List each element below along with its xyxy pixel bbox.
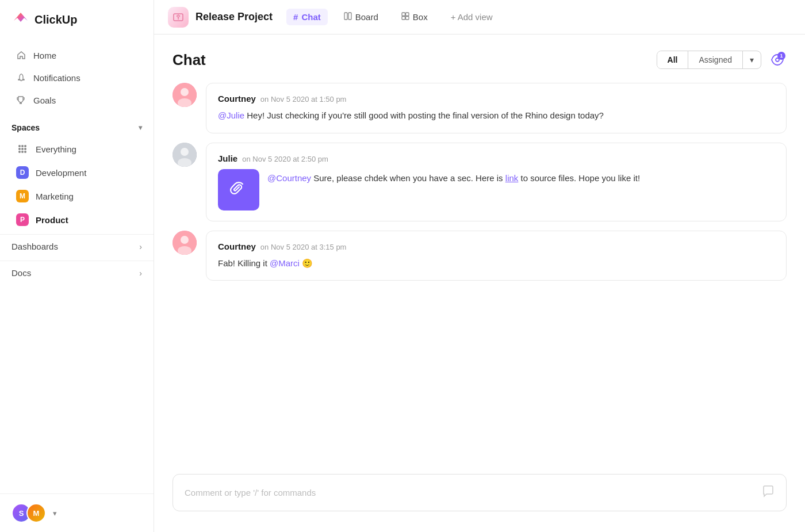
mention-julie[interactable]: @Julie [218, 110, 244, 120]
filter-assigned-button[interactable]: Assigned [688, 51, 742, 68]
paperclip-icon [229, 181, 248, 199]
msg3-emoji: 🙂 [302, 258, 313, 268]
msg3-body: Fab! Killing it [218, 258, 270, 268]
attachment-message-text: @Courtney Sure, please chdek when you ha… [267, 169, 640, 185]
svg-rect-13 [405, 13, 409, 16]
project-title: Release Project [195, 11, 273, 23]
message-time-1: on Nov 5 2020 at 1:50 pm [260, 95, 347, 104]
messages-list: Courtney on Nov 5 2020 at 1:50 pm @Julie… [172, 83, 787, 465]
sidebar-section-dashboards[interactable]: Dashboards › [0, 234, 154, 258]
content-area: Chat All Assigned ▾ 1 [154, 35, 805, 532]
message-author-3: Courtney [218, 242, 256, 251]
everything-icon [16, 143, 29, 155]
svg-rect-14 [402, 17, 405, 20]
sidebar-item-everything[interactable]: Everything [5, 137, 149, 160]
svg-point-8 [24, 151, 26, 153]
board-tab-label: Board [355, 12, 378, 22]
spaces-list: Everything D Development M Marketing P P… [0, 137, 154, 232]
mention-courtney[interactable]: @Courtney [267, 173, 311, 183]
mention-marci[interactable]: @Marci [270, 258, 300, 268]
comment-placeholder: Comment or type '/' for commands [185, 488, 316, 497]
home-icon [16, 50, 26, 60]
main-content: Release Project # Chat Board [154, 0, 805, 532]
tab-box[interactable]: Box [394, 9, 435, 25]
clickup-logo-icon [12, 10, 30, 29]
message-text-3: Fab! Killing it @Marci 🙂 [218, 257, 775, 270]
add-view-button[interactable]: + Add view [444, 9, 500, 25]
chat-hash-icon: # [293, 12, 298, 22]
page-title: Chat [172, 51, 206, 69]
content-header: Chat All Assigned ▾ 1 [172, 51, 787, 69]
message-3: Courtney on Nov 5 2020 at 3:15 pm Fab! K… [172, 231, 787, 281]
message-bubble-2: Julie on Nov 5 2020 at 2:50 pm @Courtney… [206, 143, 787, 221]
goals-label: Goals [33, 95, 56, 105]
svg-point-1 [21, 145, 24, 147]
avatar-courtney-1 [172, 83, 197, 107]
project-icon [168, 7, 189, 28]
docs-label: Docs [12, 268, 31, 278]
svg-point-6 [18, 151, 21, 153]
watch-badge: 1 [777, 52, 785, 60]
product-label: Product [36, 215, 68, 225]
sidebar-item-goals[interactable]: Goals [5, 89, 149, 111]
svg-point-4 [21, 148, 24, 150]
svg-point-5 [24, 148, 26, 150]
product-badge: P [16, 213, 29, 226]
message-time-3: on Nov 5 2020 at 3:15 pm [260, 243, 347, 251]
project-header: Release Project [168, 7, 273, 28]
chevron-down-icon: ▾ [750, 55, 754, 64]
msg2-body: Sure, please chdek when you have a sec. … [313, 173, 505, 183]
box-icon [401, 12, 409, 22]
filter-dropdown[interactable]: ▾ [742, 51, 761, 68]
filter-all-button[interactable]: All [657, 51, 688, 68]
svg-point-7 [21, 151, 24, 153]
marketing-badge: M [16, 190, 29, 202]
everything-label: Everything [36, 144, 76, 154]
sidebar-item-marketing[interactable]: M Marketing [5, 185, 149, 208]
sidebar-nav: Home Notifications Goals [0, 39, 154, 116]
tab-chat[interactable]: # Chat [286, 9, 328, 25]
message-header-1: Courtney on Nov 5 2020 at 1:50 pm [218, 94, 775, 104]
message-header-2: Julie on Nov 5 2020 at 2:50 pm [218, 154, 775, 163]
message-2: Julie on Nov 5 2020 at 2:50 pm @Courtney… [172, 143, 787, 221]
msg2-link[interactable]: link [505, 173, 519, 183]
logo[interactable]: ClickUp [0, 0, 154, 39]
avatar-courtney-2 [172, 231, 197, 255]
chat-tab-label: Chat [301, 12, 320, 22]
message-bubble-1: Courtney on Nov 5 2020 at 1:50 pm @Julie… [206, 83, 787, 133]
sidebar-item-product[interactable]: P Product [5, 208, 149, 231]
header-controls: All Assigned ▾ 1 [657, 51, 787, 69]
spaces-header[interactable]: Spaces ▾ [0, 116, 154, 137]
sidebar-item-home[interactable]: Home [5, 44, 149, 66]
docs-chevron-icon: › [139, 269, 142, 278]
development-badge: D [16, 166, 29, 179]
svg-rect-10 [344, 13, 347, 20]
chat-bubble-icon [762, 485, 775, 500]
svg-point-24 [181, 236, 189, 244]
sidebar-item-notifications[interactable]: Notifications [5, 67, 149, 89]
board-icon [344, 12, 352, 22]
svg-point-2 [24, 145, 26, 147]
app-name: ClickUp [34, 13, 77, 26]
msg1-body: Hey! Just checking if you're still good … [247, 110, 604, 120]
svg-rect-11 [348, 13, 351, 20]
avatar-m: M [26, 503, 46, 523]
watch-button[interactable]: 1 [768, 51, 787, 69]
marketing-label: Marketing [36, 192, 74, 201]
svg-rect-12 [402, 13, 405, 16]
tab-board[interactable]: Board [337, 9, 385, 25]
message-author-1: Courtney [218, 94, 256, 104]
add-view-label: + Add view [451, 12, 493, 22]
comment-input-area[interactable]: Comment or type '/' for commands [172, 474, 787, 511]
message-time-2: on Nov 5 2020 at 2:50 pm [242, 155, 328, 163]
sidebar-item-development[interactable]: D Development [5, 161, 149, 184]
message-author-2: Julie [218, 154, 237, 163]
user-bar[interactable]: S M ▾ [0, 493, 154, 532]
sidebar-section-docs[interactable]: Docs › [0, 261, 154, 285]
notifications-label: Notifications [33, 73, 80, 83]
attachment-thumb[interactable] [218, 169, 259, 210]
avatar-julie [172, 143, 197, 167]
dashboards-chevron-icon: › [139, 242, 142, 251]
message-bubble-3: Courtney on Nov 5 2020 at 3:15 pm Fab! K… [206, 231, 787, 281]
svg-point-21 [181, 148, 189, 156]
